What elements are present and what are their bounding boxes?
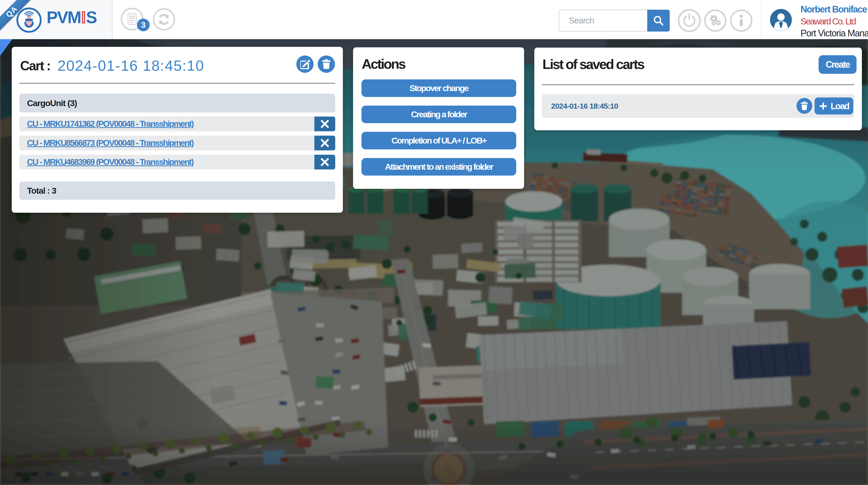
svg-text:3: 3 (141, 20, 146, 30)
